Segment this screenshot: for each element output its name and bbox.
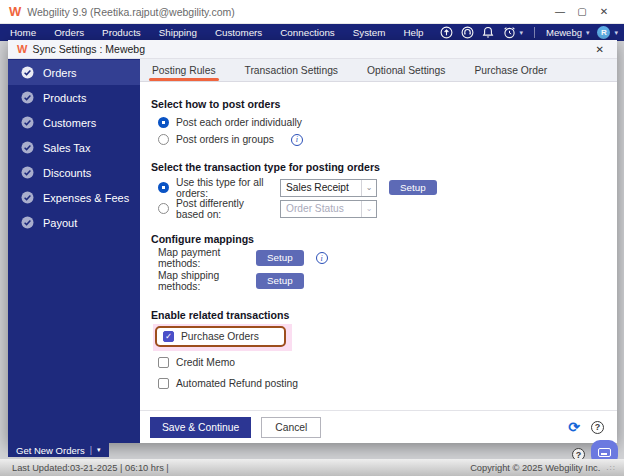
menu-customers[interactable]: Customers	[206, 27, 271, 38]
sidebar-item-customers[interactable]: Customers	[8, 110, 140, 135]
dialog-body: Orders Products Customers Sales Tax Disc…	[8, 59, 617, 443]
check-circle-icon	[21, 191, 34, 204]
status-bar-right: Copyright © 2025 Webgility Inc. .::	[470, 463, 616, 473]
button-divider: |	[90, 445, 92, 455]
upload-circle-icon[interactable]	[440, 26, 453, 39]
dropdown-value: Order Status	[281, 201, 361, 217]
sidebar-item-label: Orders	[43, 67, 77, 79]
tab-purchase-order[interactable]: Purchase Order	[473, 59, 548, 81]
get-new-orders-button[interactable]: Get New Orders | ▾	[8, 443, 109, 457]
scheduler-clock-icon[interactable]	[503, 26, 516, 39]
sidebar-item-sales-tax[interactable]: Sales Tax	[8, 135, 140, 160]
credit-memo-option[interactable]: Credit Memo	[158, 355, 617, 369]
refresh-icon[interactable]: ⟳	[568, 420, 580, 434]
menu-home[interactable]: Home	[8, 27, 45, 38]
dialog-title: Sync Settings : Mewebg	[32, 43, 591, 55]
store-caret-icon[interactable]: ▾	[586, 29, 590, 37]
tab-bar: Posting Rules Transaction Settings Optio…	[140, 59, 617, 82]
sidebar-item-payout[interactable]: Payout	[8, 210, 140, 235]
transaction-type-dropdown[interactable]: Sales Receipt ⌄	[280, 179, 377, 197]
sidebar-item-orders[interactable]: Orders	[8, 60, 140, 85]
section-heading-mappings: Configure mappings	[151, 233, 617, 245]
menu-orders[interactable]: Orders	[45, 27, 93, 38]
purchase-orders-label: Purchase Orders	[181, 331, 259, 342]
info-icon[interactable]: i	[291, 134, 303, 146]
check-circle-icon	[21, 216, 34, 229]
webgility-logo-icon: W	[9, 5, 21, 18]
close-icon[interactable]: ✕	[593, 6, 615, 17]
purchase-orders-highlight: Purchase Orders	[153, 324, 292, 351]
menubar-divider	[534, 27, 535, 38]
sidebar-item-label: Payout	[43, 217, 77, 229]
map-shipping-methods-row: Map shipping methods: Setup	[158, 272, 617, 290]
status-bar: Last Updated:03-21-2025 | 06:10 hrs | Co…	[0, 459, 624, 476]
auto-refund-label: Automated Refund posting	[176, 378, 298, 389]
save-continue-button[interactable]: Save & Continue	[150, 417, 251, 438]
footer-icons: ⟳ ?	[568, 420, 604, 434]
chevron-down-icon[interactable]: ▾	[97, 446, 101, 454]
menu-connections[interactable]: Connections	[271, 27, 343, 38]
resize-grip-icon[interactable]: .::	[606, 463, 616, 472]
dialog-close-icon[interactable]: ✕	[592, 44, 608, 55]
sidebar-item-products[interactable]: Products	[8, 85, 140, 110]
sidebar-item-label: Products	[43, 92, 86, 104]
store-selector[interactable]: Mewebg	[546, 27, 582, 38]
menu-products[interactable]: Products	[93, 27, 150, 38]
radio-icon[interactable]	[158, 203, 169, 214]
radio-checked-icon[interactable]	[158, 117, 169, 128]
notifications-bell-icon[interactable]	[482, 26, 495, 39]
shipping-setup-button[interactable]: Setup	[256, 273, 304, 289]
sidebar-item-label: Sales Tax	[43, 142, 91, 154]
dialog-main: Posting Rules Transaction Settings Optio…	[140, 59, 617, 443]
tab-optional-settings[interactable]: Optional Settings	[366, 59, 446, 81]
sidebar-item-discounts[interactable]: Discounts	[8, 160, 140, 185]
checkbox-checked-icon[interactable]	[163, 331, 174, 342]
menu-shipping[interactable]: Shipping	[150, 27, 206, 38]
cancel-button[interactable]: Cancel	[261, 417, 321, 438]
menubar-right-cluster: ▾ Mewebg ▾ R ▾	[440, 26, 620, 39]
menu-system[interactable]: System	[344, 27, 395, 38]
checkbox-icon[interactable]	[158, 378, 169, 389]
minimize-icon[interactable]: —	[549, 6, 571, 17]
map-payment-label: Map payment methods:	[158, 247, 248, 269]
radio-icon[interactable]	[158, 134, 169, 145]
option-label: Use this type for all orders:	[176, 177, 273, 199]
settings-sidebar: Orders Products Customers Sales Tax Disc…	[8, 59, 140, 443]
sidebar-item-label: Customers	[43, 117, 96, 129]
sidebar-item-label: Discounts	[43, 167, 91, 179]
tab-content: Select how to post orders Post each orde…	[140, 82, 617, 410]
menu-help[interactable]: Help	[394, 27, 432, 38]
transaction-setup-button[interactable]: Setup	[389, 180, 437, 196]
payment-setup-button[interactable]: Setup	[256, 250, 304, 266]
tab-posting-rules[interactable]: Posting Rules	[151, 59, 217, 81]
maximize-icon[interactable]: ▢	[571, 6, 593, 17]
sidebar-item-expenses-fees[interactable]: Expenses & Fees	[8, 185, 140, 210]
support-headset-icon[interactable]	[461, 26, 474, 39]
map-payment-methods-row: Map payment methods: Setup i	[158, 249, 617, 267]
chevron-down-icon[interactable]: ⌄	[361, 180, 376, 196]
copyright-text: Copyright © 2025 Webgility Inc.	[470, 463, 600, 473]
help-icon[interactable]: ?	[591, 421, 604, 434]
chevron-down-icon: ⌄	[361, 201, 376, 217]
option-label: Post orders in groups	[176, 134, 274, 145]
option-use-type-all-orders[interactable]: Use this type for all orders: Sales Rece…	[158, 177, 617, 198]
window-titlebar: W Webgility 9.9 (Reetika.rajput@webgilit…	[0, 0, 624, 24]
option-post-differently[interactable]: Post differently based on: Order Status …	[158, 198, 617, 219]
option-post-in-groups[interactable]: Post orders in groups i	[158, 131, 617, 148]
option-label: Post each order individually	[176, 117, 302, 128]
dropdown-value: Sales Receipt	[281, 180, 361, 196]
radio-checked-icon[interactable]	[158, 182, 169, 193]
section-heading-related-transactions: Enable related transactions	[151, 309, 617, 321]
avatar-caret-icon[interactable]: ▾	[614, 29, 618, 37]
dialog-footer: Save & Continue Cancel ⟳ ?	[140, 410, 617, 443]
option-post-individually[interactable]: Post each order individually	[158, 114, 617, 131]
info-icon[interactable]: i	[316, 252, 328, 264]
scheduler-caret-icon[interactable]: ▾	[520, 29, 524, 37]
checkbox-icon[interactable]	[158, 357, 169, 368]
tab-transaction-settings[interactable]: Transaction Settings	[244, 59, 339, 81]
auto-refund-option[interactable]: Automated Refund posting	[158, 376, 617, 390]
purchase-orders-annotation-box: Purchase Orders	[155, 326, 286, 347]
user-avatar[interactable]: R	[597, 26, 610, 39]
chat-monitor-glyph	[598, 448, 611, 457]
app-window: W Webgility 9.9 (Reetika.rajput@webgilit…	[0, 0, 624, 476]
